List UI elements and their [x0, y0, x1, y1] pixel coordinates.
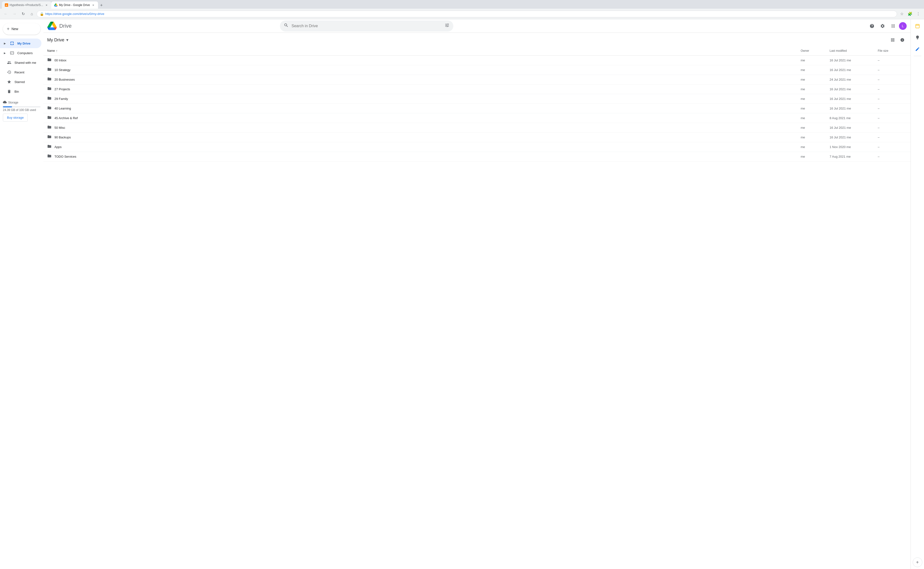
- browser-chrome: H Hypothesis->Products/S... ✕ My Drive -…: [0, 0, 924, 9]
- file-modified: 7 Aug 2021 me: [829, 155, 878, 158]
- folder-icon: [47, 67, 52, 73]
- search-input[interactable]: [291, 24, 442, 28]
- file-name-text: 10 Strategy: [55, 68, 70, 72]
- folder-icon: [47, 125, 52, 131]
- star-icon: [7, 79, 12, 84]
- buy-storage-button[interactable]: Buy storage: [3, 114, 28, 122]
- table-row[interactable]: Apps me 1 Nov 2020 me –: [43, 142, 910, 152]
- file-size: –: [878, 78, 907, 81]
- apps-button[interactable]: [888, 21, 898, 31]
- sidebar-item-starred[interactable]: Starred: [0, 77, 41, 87]
- tab-close-hypothesis[interactable]: ✕: [44, 3, 49, 7]
- notes-button[interactable]: [913, 33, 922, 43]
- table-row[interactable]: 29 Family me 16 Jul 2021 me –: [43, 94, 910, 104]
- expand-icon-computers: ▶: [3, 51, 7, 55]
- sidebar-item-computers[interactable]: ▶ Computers: [0, 48, 41, 58]
- tab-hypothesis[interactable]: H Hypothesis->Products/S... ✕: [2, 2, 51, 9]
- folder-icon: [47, 154, 52, 159]
- table-row[interactable]: 40 Learning me 16 Jul 2021 me –: [43, 104, 910, 113]
- sidebar-item-shared-with-me[interactable]: Shared with me: [0, 58, 41, 67]
- file-owner: me: [800, 58, 829, 62]
- edit-button[interactable]: [913, 44, 922, 54]
- sidebar-item-bin[interactable]: Bin: [0, 87, 41, 96]
- new-button[interactable]: + New: [3, 23, 40, 35]
- storage-section: Storage 24.39 GB of 100 GB used Buy stor…: [0, 96, 43, 125]
- file-modified: 16 Jul 2021 me: [829, 68, 878, 72]
- user-avatar[interactable]: L: [899, 22, 907, 30]
- table-row[interactable]: 20 Businesses me 24 Jul 2021 me –: [43, 75, 910, 84]
- sidebar-item-my-drive-label: My Drive: [17, 42, 30, 45]
- file-size: –: [878, 145, 907, 149]
- info-button[interactable]: [898, 36, 907, 44]
- table-row[interactable]: 27 Projects me 16 Jul 2021 me –: [43, 84, 910, 94]
- table-row[interactable]: 50 Misc me 16 Jul 2021 me –: [43, 123, 910, 132]
- settings-button[interactable]: [878, 21, 887, 31]
- page-title: My Drive: [47, 38, 64, 43]
- file-owner: me: [800, 116, 829, 120]
- sort-ascending-icon[interactable]: ↑: [56, 49, 58, 53]
- table-row[interactable]: 10 Strategy me 16 Jul 2021 me –: [43, 65, 910, 75]
- file-modified: 16 Jul 2021 me: [829, 135, 878, 139]
- recent-icon: [7, 70, 12, 75]
- file-owner: me: [800, 126, 829, 129]
- column-size-label: File size: [878, 49, 888, 52]
- header-actions: L: [867, 21, 907, 31]
- column-owner: Owner: [800, 47, 829, 55]
- file-size: –: [878, 87, 907, 91]
- sidebar-item-recent[interactable]: Recent: [0, 67, 41, 77]
- table-row[interactable]: 00 Inbox me 16 Jul 2021 me –: [43, 56, 910, 65]
- column-owner-label: Owner: [800, 49, 809, 52]
- file-owner: me: [800, 106, 829, 110]
- calendar-button[interactable]: [913, 21, 922, 31]
- svg-rect-4: [918, 24, 918, 25]
- tab-drive[interactable]: My Drive - Google Drive ✕: [51, 2, 98, 9]
- drive-logo-text: Drive: [59, 23, 72, 29]
- file-list: Name ↑ Owner Last modified File size 00 …: [43, 46, 910, 569]
- storage-label-text: Storage: [8, 101, 18, 104]
- computers-icon: [10, 50, 14, 55]
- sidebar-item-bin-label: Bin: [14, 90, 19, 93]
- tab-add-button[interactable]: +: [98, 2, 105, 9]
- file-owner: me: [800, 87, 829, 91]
- cloud-icon: [3, 100, 7, 105]
- file-name-text: Apps: [55, 145, 62, 149]
- file-owner: me: [800, 135, 829, 139]
- file-name-text: 00 Inbox: [55, 58, 67, 62]
- refresh-button[interactable]: ↻: [19, 10, 27, 18]
- grid-view-button[interactable]: [888, 36, 897, 44]
- file-modified: 16 Jul 2021 me: [829, 126, 878, 129]
- tab-close-drive[interactable]: ✕: [91, 3, 95, 7]
- drive-logo[interactable]: Drive: [47, 22, 72, 30]
- sidebar-item-recent-label: Recent: [14, 70, 24, 74]
- folder-icon: [47, 144, 52, 150]
- tab-title-drive: My Drive - Google Drive: [59, 3, 90, 7]
- file-size: –: [878, 106, 907, 110]
- file-list-header: Name ↑ Owner Last modified File size: [43, 46, 910, 56]
- storage-used-text: 24.39 GB of 100 GB used: [3, 108, 40, 112]
- extensions-button[interactable]: 🧩: [906, 10, 914, 18]
- forward-button[interactable]: →: [11, 10, 18, 18]
- file-name-cell: 40 Learning: [47, 106, 800, 111]
- app-header: Drive L: [43, 19, 910, 33]
- bookmark-button[interactable]: ☆: [898, 10, 906, 18]
- title-dropdown-icon[interactable]: ▾: [66, 37, 69, 43]
- file-name-cell: 27 Projects: [47, 87, 800, 92]
- help-button[interactable]: [867, 21, 877, 31]
- right-sidebar-add-button[interactable]: +: [913, 557, 922, 567]
- file-owner: me: [800, 68, 829, 72]
- column-file-size: File size: [878, 47, 907, 55]
- filter-icon[interactable]: [445, 23, 450, 29]
- table-row[interactable]: 45 Archive & Ref me 8 Aug 2021 me –: [43, 113, 910, 123]
- file-name-text: 40 Learning: [55, 106, 71, 110]
- table-row[interactable]: 90 Backups me 16 Jul 2021 me –: [43, 132, 910, 142]
- expand-icon-my-drive: ▶: [3, 41, 7, 45]
- more-button[interactable]: ⋮: [914, 10, 922, 18]
- home-button[interactable]: ⌂: [28, 10, 36, 18]
- back-button[interactable]: ←: [2, 10, 10, 18]
- svg-text:H: H: [6, 4, 7, 6]
- table-row[interactable]: TODO Services me 7 Aug 2021 me –: [43, 152, 910, 161]
- file-size: –: [878, 155, 907, 158]
- sidebar-item-my-drive[interactable]: ▶ My Drive: [0, 38, 41, 48]
- sidebar-item-computers-label: Computers: [17, 51, 33, 55]
- folder-icon: [47, 115, 52, 121]
